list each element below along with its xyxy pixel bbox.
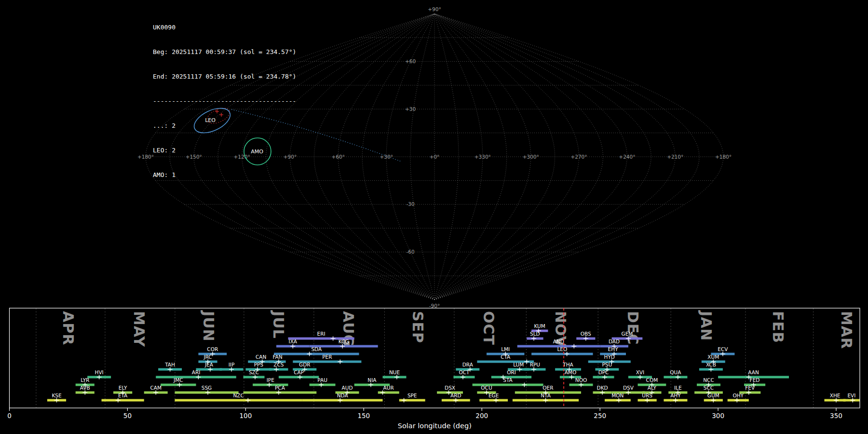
shower-label-ssg: SSG [202,385,212,391]
month-label-jul: JUL [270,310,287,339]
dec-grid-label: -90° [429,303,440,309]
count-unassociated: ...: 2 [153,122,296,130]
shower-label-dsv: DSV [623,385,634,391]
observation-info-block: UK0090 Beg: 20251117 00:59:37 (sol = 234… [153,7,296,195]
shower-label-ari: ARI [192,369,201,375]
x-tick-label: 150 [357,412,370,420]
month-label-jan: JAN [698,310,715,341]
shower-label-gdr: GDR [299,362,311,367]
ra-grid-label: +180° [715,154,732,160]
shower-label-and: AND [553,339,564,344]
shower-label-jea: JEA [204,362,214,367]
shower-label-ely: ELY [119,385,127,391]
month-label-feb: FEB [770,311,787,343]
ra-grid-label: +270° [570,154,587,160]
shower-label-gum: GUM [707,393,719,398]
shower-label-ecv: ECV [718,346,728,352]
shower-label-fed: FED [750,377,760,383]
shower-label-kse: KSE [52,393,61,398]
month-label-apr: APR [60,311,77,345]
shower-label-aur: AUR [383,385,394,391]
shower-label-spe: SPE [407,393,417,398]
shower-label-ohy: OHY [732,393,744,398]
x-tick-label: 250 [594,412,606,420]
shower-label-zcs: ZCS [273,362,284,367]
shower-label-nda: NDA [337,393,349,398]
x-tick-label: 100 [240,412,252,420]
x-tick-label: 200 [475,412,488,420]
shower-label-nia: NIA [367,377,377,383]
ra-grid-label: +60° [332,154,345,160]
shower-label-ixa: IXA [289,339,298,344]
month-label-mar: MAR [838,311,855,349]
shower-label-cta: CTA [501,354,511,360]
shower-label-ahy: AHY [670,393,681,398]
ra-grid-label: +300° [523,154,539,160]
shower-label-dpc: DPC [598,369,609,375]
ra-grid-label: +180° [137,154,154,160]
shower-label-cam: CAM [150,385,162,391]
shower-label-ege: EGE [488,393,499,398]
shower-label-pps: PPS [254,362,264,367]
shower-label-cor: COR [207,346,218,352]
shower-label-dsx: DSX [445,385,455,391]
grid-meridian [434,14,507,300]
shower-label-pau: PAU [317,377,327,383]
shower-label-mon: MON [611,393,624,398]
month-label-may: MAY [131,311,148,347]
shower-label-scc: SCC [704,385,714,391]
ra-grid-label: +330° [475,154,491,160]
shower-label-iip: IIP [229,362,235,367]
shower-label-aud: AUD [342,385,353,391]
shower-label-evi: EVI [847,393,855,398]
shower-label-nue: NUE [389,369,400,375]
shower-label-hvi: HVI [95,369,104,375]
shower-label-cap: CAP [294,369,304,375]
x-tick-label: 350 [830,412,842,420]
station-code: UK0090 [153,23,296,31]
shower-label-per: PER [322,354,332,360]
shower-label-ncc: NCC [703,377,714,383]
shower-label-lmi: LMI [501,346,510,352]
x-axis-title: Solar longitude (deg) [398,422,472,430]
month-label-sep: SEP [409,311,426,343]
shower-label-lyr: LYR [81,377,89,383]
count-amo: AMO: 1 [153,171,296,179]
shower-label-noo: NOO [575,377,587,383]
shower-label-nzc: NZC [233,393,244,398]
grid-meridian [362,14,434,300]
shower-label-eri: ERI [317,331,326,337]
shower-label-sta: STA [503,377,513,383]
x-tick-label: 0 [7,412,12,420]
shower-label-qua: QUA [670,369,681,375]
ra-grid-label: +210° [667,154,683,160]
activity-timeline: APRMAYJUNJULAUGSEPOCTNOVDECJANFEBMARKUME… [7,308,860,430]
shower-label-amo: AMO [565,369,577,375]
shower-label-aly: ALY [648,385,657,391]
shower-label-avb: AVB [80,385,90,391]
shower-label-fev: FEV [745,385,755,391]
ra-grid-label: +240° [619,154,635,160]
shower-association-plot: +180°+150°+120°+90°+60°+30°+0°+330°+300°… [0,0,868,434]
count-leo: LEO: 2 [153,146,296,154]
dec-grid-label: -30 [406,201,414,207]
shower-label-kcg: KCG [339,339,349,344]
shower-label-com: COM [646,377,658,383]
dec-grid-label: +90° [428,6,441,12]
ra-grid-label: +0° [430,154,440,160]
shower-label-xcb: XCB [706,362,716,367]
shower-label-jmc: JMC [173,377,183,383]
shower-label-sld: SLD [530,331,540,337]
shower-label-obs: OBS [581,331,591,337]
shower-label-sda: SDA [311,346,322,352]
shower-label-oer: OER [542,385,553,391]
month-label-oct: OCT [480,311,497,345]
shower-label-jrc: JRC [203,354,212,360]
month-label-jun: JUN [200,310,217,342]
shower-label-urs: URS [642,393,652,398]
shower-label-xvi: XVI [636,369,644,375]
x-tick-label: 50 [123,412,132,420]
shower-label-dra: DRA [462,362,474,367]
plot-canvas: +180°+150°+120°+90°+60°+30°+0°+330°+300°… [0,0,868,434]
shower-label-kum: KUM [534,323,545,329]
